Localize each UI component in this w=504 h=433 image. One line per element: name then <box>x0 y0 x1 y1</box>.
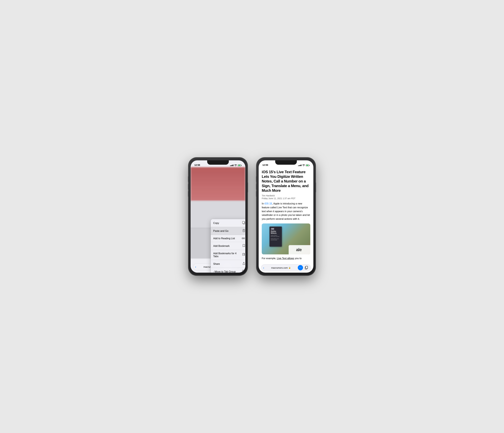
live-text-underline: Live Text allows <box>277 257 294 260</box>
status-icons-2 <box>298 164 310 166</box>
more-button-2[interactable]: ··· <box>298 265 303 270</box>
article-date: Friday June 11, 2021 1:37 am PDT <box>262 197 310 200</box>
menu-item-reading-list[interactable]: Add to Reading List <box>211 235 245 242</box>
ios15-link[interactable]: iOS 15 <box>264 202 272 205</box>
copy-icon <box>242 221 245 225</box>
battery-icon-1 <box>238 164 242 166</box>
phone-2: 12:59 iOS <box>257 158 315 275</box>
back-button-1[interactable]: ‹ <box>195 265 196 269</box>
wifi-icon-2 <box>302 164 305 166</box>
sign-graphic: SW ShelleyWillems Shelley WillemsReal Es… <box>270 226 282 247</box>
bookmark-tabs-icon <box>242 253 245 257</box>
tab-group-icon <box>242 270 245 273</box>
notch-1 <box>207 160 229 165</box>
notch-2 <box>275 160 297 165</box>
phone-1-screen: 12:58 <box>191 160 245 273</box>
back-button-2[interactable]: ‹ <box>263 266 264 270</box>
status-icons-1 <box>230 164 242 166</box>
context-menu: Copy Paste and Go <box>211 219 245 273</box>
bookmark-icon <box>243 244 245 248</box>
battery-icon-2 <box>306 164 310 166</box>
article-author: Tim Hardwick <box>262 194 310 197</box>
sign-sw-text: SW <box>271 228 274 230</box>
menu-item-bookmark[interactable]: Add Bookmark <box>211 242 245 250</box>
article-footer: For example, Live Text allows you to <box>262 257 310 261</box>
article-title: iOS 15's Live Text Feature Lets You Digi… <box>262 170 310 193</box>
svg-point-5 <box>243 238 243 238</box>
menu-item-tab-group[interactable]: › Move to Tab Group <box>211 268 245 273</box>
menu-item-bookmark-tabs[interactable]: Add Bookmarks for 4 Tabs <box>211 250 245 260</box>
menu-item-share[interactable]: Share <box>211 260 245 268</box>
paste-go-icon <box>242 229 245 233</box>
sign-name-text: ShelleyWillems <box>271 230 277 234</box>
address-bar-2[interactable]: ‹ macrumors.com 🔒 ··· <box>261 264 311 271</box>
phone-1: 12:58 <box>189 158 247 275</box>
overlay-text: ale <box>296 247 303 252</box>
menu-item-copy[interactable]: Copy <box>211 219 245 227</box>
sign-details-text: Shelley WillemsReal Estate ServicesShell… <box>271 235 279 241</box>
tabs-button-2[interactable] <box>304 265 309 270</box>
signal-icon-2 <box>298 164 301 166</box>
status-time-1: 12:58 <box>194 164 200 166</box>
svg-rect-1 <box>243 221 244 224</box>
phone1-blur-top <box>191 167 245 201</box>
share-icon <box>243 262 245 266</box>
status-time-2: 12:59 <box>262 164 268 166</box>
menu-item-paste-go[interactable]: Paste and Go <box>211 227 245 235</box>
lock-icon-2: 🔒 <box>288 267 291 269</box>
article-image: SW ShelleyWillems Shelley WillemsReal Es… <box>262 224 310 254</box>
article-intro: In iOS 15, Apple is introducing a new fe… <box>262 202 310 221</box>
signal-icon-1 <box>230 164 234 166</box>
svg-rect-12 <box>306 266 308 269</box>
url-display-2: macrumors.com 🔒 <box>265 266 297 269</box>
article-content: iOS 15's Live Text Feature Lets You Digi… <box>259 167 313 263</box>
overlay-element: ale <box>289 245 310 254</box>
phone-2-screen: 12:59 iOS <box>259 160 313 273</box>
svg-point-6 <box>244 238 244 238</box>
reading-list-icon <box>242 237 245 240</box>
wifi-icon-1 <box>234 164 237 166</box>
